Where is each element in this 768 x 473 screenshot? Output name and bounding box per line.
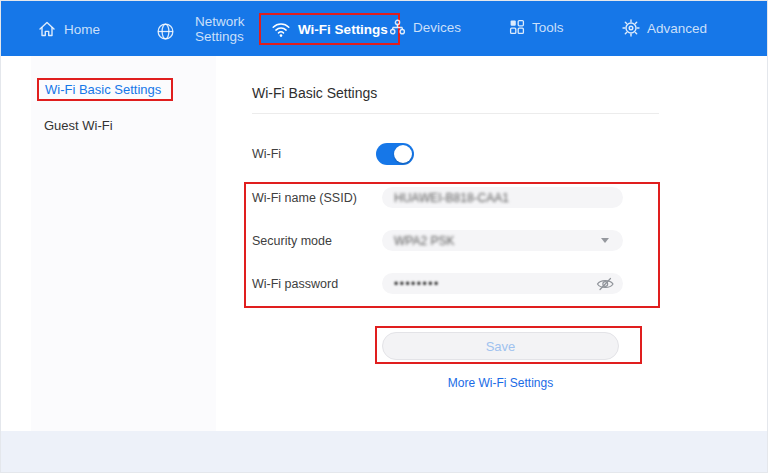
ssid-value-redacted: HUAWEI-B818-CAA1 — [394, 191, 509, 205]
top-navigation-bar: Home Network Settings Wi-Fi — [1, 1, 767, 56]
chevron-down-icon — [601, 238, 609, 243]
router-admin-page: Home Network Settings Wi-Fi — [0, 0, 768, 473]
gear-icon — [622, 19, 640, 37]
ssid-field-label: Wi-Fi name (SSID) — [252, 191, 357, 205]
security-mode-select[interactable]: WPA2 PSK — [382, 230, 623, 251]
nav-item-wifi-settings[interactable]: Wi-Fi Settings — [259, 13, 400, 45]
wifi-toggle-label: Wi-Fi — [252, 147, 281, 161]
nav-advanced-label: Advanced — [647, 21, 707, 36]
sidebar: Wi-Fi Basic Settings Guest Wi-Fi — [31, 56, 216, 433]
wifi-password-input[interactable]: •••••••• — [382, 273, 623, 294]
footer-band — [1, 431, 767, 472]
wifi-icon — [271, 21, 291, 38]
home-icon — [37, 19, 57, 39]
eye-off-icon[interactable] — [596, 276, 615, 296]
nav-home-label: Home — [64, 22, 100, 37]
page-title: Wi-Fi Basic Settings — [252, 85, 377, 101]
wifi-toggle-switch[interactable] — [376, 143, 414, 165]
title-divider — [252, 113, 659, 114]
sidebar-item-wifi-basic-settings[interactable]: Wi-Fi Basic Settings — [37, 78, 173, 101]
nav-item-advanced[interactable]: Advanced — [622, 19, 707, 37]
more-wifi-settings-link[interactable]: More Wi-Fi Settings — [382, 376, 619, 390]
nav-wifi-settings-label: Wi-Fi Settings — [298, 22, 388, 37]
sidebar-wifi-basic-label: Wi-Fi Basic Settings — [45, 82, 161, 97]
nav-tools-label: Tools — [532, 20, 564, 35]
security-mode-field-label: Security mode — [252, 234, 332, 248]
ssid-input[interactable]: HUAWEI-B818-CAA1 — [382, 187, 623, 208]
tools-icon — [509, 19, 525, 35]
nav-devices-label: Devices — [413, 20, 461, 35]
globe-icon — [156, 22, 175, 41]
toggle-knob — [394, 145, 412, 163]
sidebar-guest-wifi-label: Guest Wi-Fi — [44, 118, 113, 133]
nav-item-devices[interactable]: Devices — [389, 19, 461, 36]
devices-icon — [389, 19, 406, 36]
wifi-password-value-masked: •••••••• — [394, 277, 440, 291]
wifi-password-field-label: Wi-Fi password — [252, 277, 338, 291]
sidebar-item-guest-wifi[interactable]: Guest Wi-Fi — [44, 118, 113, 133]
nav-item-tools[interactable]: Tools — [509, 19, 564, 35]
security-mode-value-redacted: WPA2 PSK — [394, 234, 454, 248]
nav-item-network-settings[interactable] — [156, 22, 175, 41]
nav-item-home[interactable]: Home — [37, 19, 100, 39]
save-button[interactable]: Save — [382, 332, 619, 360]
nav-network-settings-label[interactable]: Network Settings — [195, 14, 259, 44]
